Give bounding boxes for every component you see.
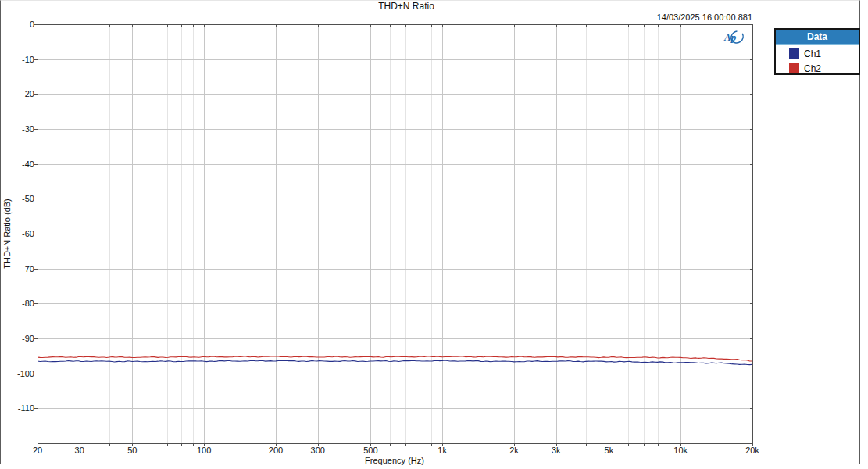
y-tick-label: -50 [0, 194, 34, 203]
page-title: THD+N Ratio [378, 1, 434, 12]
y-tick-label: -90 [0, 334, 34, 343]
x-tick-label: 500 [363, 446, 377, 455]
y-tick-label: -100 [0, 369, 34, 378]
y-tick-label: -40 [0, 159, 34, 169]
y-tick-label: -60 [0, 229, 34, 238]
y-tick-label: -80 [0, 299, 34, 308]
plot-area[interactable] [38, 25, 753, 444]
legend-item-ch2[interactable]: Ch2 [789, 61, 859, 76]
x-tick-label: 1k [438, 446, 447, 455]
audio-precision-logo-icon: Ap [723, 30, 745, 45]
x-tick-label: 200 [269, 446, 283, 455]
x-tick-label: 3k [552, 446, 561, 455]
x-tick-label: 20k [745, 446, 759, 455]
x-tick-label: 10k [673, 446, 688, 455]
measurement-timestamp: 14/03/2025 16:00:00.881 [657, 13, 752, 22]
y-tick-label: 0 [0, 20, 34, 29]
y-tick-label: -110 [0, 403, 34, 413]
svg-text:Ap: Ap [723, 31, 737, 43]
y-tick-label: -20 [0, 89, 34, 98]
y-tick-label: -70 [0, 264, 34, 274]
thdn-ratio-chart [0, 0, 868, 469]
legend-item-ch1[interactable]: Ch1 [789, 46, 859, 61]
legend-swatch-ch1 [789, 48, 799, 59]
x-tick-label: 100 [197, 446, 211, 455]
legend-label: Ch2 [804, 63, 821, 74]
x-tick-label: 20 [33, 446, 42, 455]
screenshot-root: THD+N Ratio 14/03/2025 16:00:00.881 THD+… [0, 0, 868, 469]
y-tick-label: -10 [0, 55, 34, 64]
x-tick-label: 300 [311, 446, 325, 455]
legend-title: Data [776, 30, 859, 45]
x-axis-title: Frequency (Hz) [365, 456, 424, 465]
legend-label: Ch1 [804, 48, 821, 59]
x-tick-label: 50 [127, 446, 137, 455]
y-tick-label: -30 [0, 124, 34, 134]
legend-swatch-ch2 [789, 63, 799, 73]
x-tick-label: 2k [509, 446, 519, 455]
legend-items: Ch1Ch2 [776, 45, 859, 76]
x-tick-label: 30 [75, 446, 84, 455]
x-tick-label: 5k [605, 446, 614, 455]
legend-panel: Data Ch1Ch2 [774, 28, 860, 75]
